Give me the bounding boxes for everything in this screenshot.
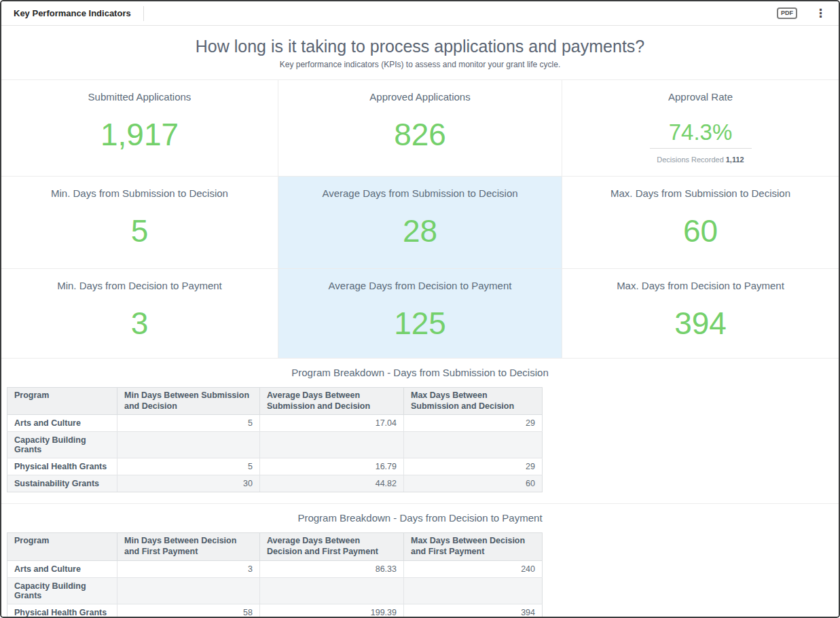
kpi-value: 1,917 (1, 119, 278, 150)
table-row: Capacity Building Grants (7, 577, 543, 604)
dashboard-subtitle: Key performance indicators (KPIs) to ass… (1, 60, 839, 69)
value-cell: 199.39 (260, 604, 404, 618)
kpi-value: 60 (562, 215, 839, 247)
kpi-card: Approved Applications 826 (278, 80, 562, 177)
value-cell: 5 (117, 458, 260, 475)
kpi-value: 125 (278, 308, 562, 339)
program-cell: Physical Health Grants (7, 604, 117, 618)
column-header: Max Days Between Submission and Decision (404, 388, 543, 415)
topbar-actions: PDF ⋮ (777, 7, 826, 19)
table-row: Arts and Culture517.0429 (7, 415, 543, 432)
kpi-value: 28 (278, 215, 562, 247)
kpi-card: Min. Days from Decision to Payment 3 (1, 269, 278, 358)
dashboard-window: Key Performance Indicators PDF ⋮ How lon… (0, 0, 840, 618)
table-title: Program Breakdown - Days from Submission… (1, 367, 839, 378)
kpi-value: 5 (1, 215, 278, 247)
value-cell (260, 432, 404, 458)
page-title: Key Performance Indicators (14, 8, 131, 18)
kpi-label: Approved Applications (278, 91, 562, 103)
table-section-decision-to-payment: Program Breakdown - Days from Decision t… (1, 504, 839, 618)
table-title: Program Breakdown - Days from Decision t… (1, 512, 839, 524)
program-cell: Physical Health Grants (7, 458, 117, 475)
column-header: Min Days Between Decision and First Paym… (117, 533, 260, 560)
table-row: Physical Health Grants58199.39394 (7, 604, 543, 618)
program-cell: Arts and Culture (7, 560, 117, 577)
table-section-submission-to-decision: Program Breakdown - Days from Submission… (1, 359, 839, 504)
dashboard-header: How long is it taking to process applica… (1, 26, 839, 80)
table-header-row: ProgramMin Days Between Submission and D… (7, 388, 543, 415)
column-header: Max Days Between Decision and First Paym… (404, 533, 543, 560)
kpi-label: Average Days from Decision to Payment (278, 280, 562, 291)
kpi-label: Max. Days from Submission to Decision (562, 187, 839, 199)
kpi-sub-value: 1,112 (726, 156, 744, 164)
program-breakdown-table: ProgramMin Days Between Submission and D… (7, 387, 543, 492)
kpi-label: Min. Days from Decision to Payment (1, 280, 278, 291)
program-breakdown-table: ProgramMin Days Between Decision and Fir… (7, 532, 543, 618)
table-header-row: ProgramMin Days Between Decision and Fir… (7, 533, 543, 560)
kpi-value: 826 (278, 119, 562, 150)
column-header: Min Days Between Submission and Decision (117, 388, 260, 415)
table-row: Capacity Building Grants (7, 432, 543, 458)
pdf-export-button[interactable]: PDF (777, 7, 797, 19)
kpi-card: Average Days from Decision to Payment 12… (278, 269, 562, 358)
table-row: Arts and Culture386.33240 (7, 560, 543, 577)
column-header: Program (7, 533, 117, 560)
value-cell: 86.33 (260, 560, 404, 577)
kpi-card: Approval Rate 74.3% Decisions Recorded1,… (562, 80, 839, 177)
value-cell: 394 (404, 604, 543, 618)
kebab-menu-icon[interactable]: ⋮ (815, 7, 826, 19)
value-cell (404, 432, 543, 458)
value-cell: 60 (404, 475, 543, 492)
kpi-value: 394 (562, 308, 839, 339)
kpi-value: 3 (1, 308, 278, 339)
kpi-card: Average Days from Submission to Decision… (278, 177, 562, 269)
kpi-card: Submitted Applications 1,917 (1, 80, 278, 177)
value-cell (117, 577, 260, 604)
program-cell: Arts and Culture (7, 415, 117, 432)
value-cell: 3 (117, 560, 260, 577)
value-cell: 29 (404, 415, 543, 432)
kpi-label: Approval Rate (562, 91, 839, 103)
kpi-grid: Submitted Applications 1,917 Approved Ap… (1, 80, 839, 359)
value-cell (260, 577, 404, 604)
value-cell: 17.04 (260, 415, 404, 432)
dashboard-title: How long is it taking to process applica… (1, 37, 839, 56)
table-row: Sustainability Grants3044.8260 (7, 475, 543, 492)
kpi-sub-divider (650, 148, 752, 149)
value-cell (404, 577, 543, 604)
program-cell: Capacity Building Grants (7, 432, 117, 458)
kpi-card: Max. Days from Decision to Payment 394 (562, 269, 839, 358)
kpi-sub-label: Decisions Recorded (657, 156, 723, 164)
kpi-value: 74.3% (562, 121, 839, 143)
column-header: Average Days Between Submission and Deci… (260, 388, 404, 415)
table-row: Physical Health Grants516.7929 (7, 458, 543, 475)
value-cell: 5 (117, 415, 260, 432)
kpi-label: Average Days from Submission to Decision (278, 187, 562, 199)
column-header: Average Days Between Decision and First … (260, 533, 404, 560)
kpi-subtext: Decisions Recorded1,112 (562, 148, 839, 165)
topbar: Key Performance Indicators PDF ⋮ (1, 1, 839, 26)
value-cell: 44.82 (260, 475, 404, 492)
value-cell (117, 432, 260, 458)
program-cell: Sustainability Grants (7, 475, 117, 492)
value-cell: 240 (404, 560, 543, 577)
kpi-label: Max. Days from Decision to Payment (562, 280, 839, 291)
kpi-card: Max. Days from Submission to Decision 60 (562, 177, 839, 269)
kpi-card: Min. Days from Submission to Decision 5 (1, 177, 278, 269)
value-cell: 30 (117, 475, 260, 492)
topbar-divider (143, 6, 144, 21)
kpi-label: Submitted Applications (1, 91, 278, 103)
column-header: Program (7, 388, 117, 415)
kpi-label: Min. Days from Submission to Decision (1, 187, 278, 199)
value-cell: 16.79 (260, 458, 404, 475)
value-cell: 58 (117, 604, 260, 618)
value-cell: 29 (404, 458, 543, 475)
program-cell: Capacity Building Grants (7, 577, 117, 604)
